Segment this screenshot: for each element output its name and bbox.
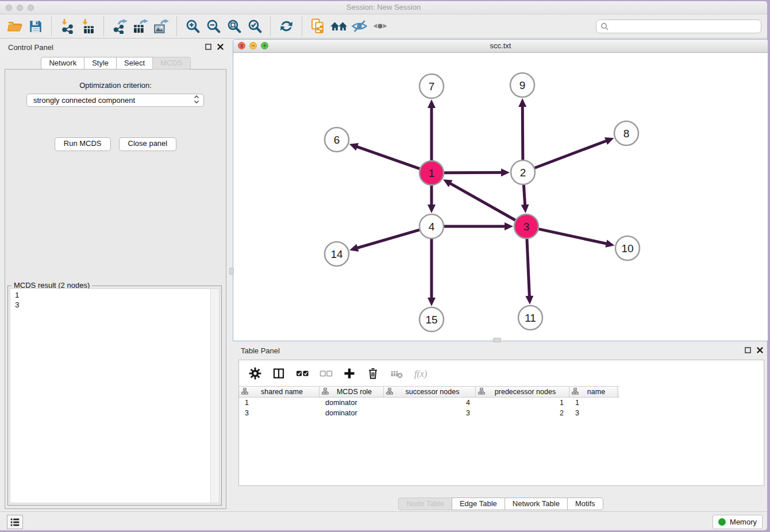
- toolbar-separator: [176, 17, 177, 36]
- select-all-icon[interactable]: [295, 367, 309, 380]
- graph-edge[interactable]: [356, 147, 419, 169]
- delete-icon[interactable]: [366, 367, 380, 380]
- column-header-predecessor-nodes[interactable]: predecessor nodes: [476, 387, 569, 397]
- window-title: Session: New Session: [0, 1, 767, 13]
- hide-selected-icon[interactable]: [349, 17, 369, 36]
- zoom-fit-icon[interactable]: [224, 17, 244, 36]
- close-panel-button[interactable]: Close panel: [119, 137, 177, 151]
- graph-edge-arrow: [525, 296, 533, 304]
- tab-network-table[interactable]: Network Table: [505, 498, 568, 510]
- function-icon[interactable]: f(x): [413, 367, 432, 380]
- first-neighbors-icon[interactable]: [328, 17, 349, 36]
- tab-style[interactable]: Style: [84, 57, 117, 70]
- search-box[interactable]: [596, 20, 761, 33]
- clone-network-icon[interactable]: [307, 17, 328, 36]
- open-folder-icon[interactable]: [5, 17, 25, 36]
- tab-edge-table[interactable]: Edge Table: [452, 498, 505, 510]
- task-history-button[interactable]: [7, 515, 23, 529]
- graph-edge[interactable]: [357, 230, 419, 248]
- graph-edge-arrow: [518, 98, 526, 107]
- zoom-in-icon[interactable]: [182, 17, 203, 36]
- network-close-icon[interactable]: x: [238, 42, 245, 49]
- export-network-icon[interactable]: [109, 17, 130, 36]
- add-icon[interactable]: [342, 367, 356, 380]
- network-canvas[interactable]: 1234678910111415: [233, 53, 768, 341]
- network-window-titlebar[interactable]: x – + scc.txt: [233, 40, 768, 53]
- toolbar-separator: [51, 17, 52, 36]
- table-row[interactable]: 3dominator323: [239, 409, 764, 418]
- optimization-criterion-select[interactable]: strongly connected component: [26, 94, 204, 107]
- tab-network[interactable]: Network: [41, 57, 84, 70]
- graph-node-label: 8: [623, 128, 630, 140]
- zoom-selected-icon[interactable]: [244, 17, 265, 36]
- tab-motifs[interactable]: Motifs: [567, 498, 603, 510]
- table-cell[interactable]: 2: [476, 409, 569, 418]
- graph-edge[interactable]: [522, 106, 523, 160]
- tab-select[interactable]: Select: [116, 57, 153, 70]
- table-panel-title: Table Panel: [241, 346, 280, 355]
- graph-edge-arrow: [501, 168, 510, 176]
- table-cell[interactable]: 4: [384, 399, 476, 408]
- save-icon[interactable]: [25, 17, 46, 36]
- network-minimize-icon[interactable]: –: [249, 42, 257, 49]
- table-cell[interactable]: 3: [384, 409, 476, 418]
- vertical-splitter-grip[interactable]: [229, 268, 234, 275]
- export-image-icon[interactable]: [151, 17, 171, 36]
- table-cell[interactable]: 3: [239, 409, 319, 418]
- graph-edge[interactable]: [523, 185, 525, 206]
- tab-node-table[interactable]: Node Table: [398, 498, 452, 510]
- table-cell[interactable]: dominator: [319, 409, 384, 418]
- tab-mcds[interactable]: MCDS: [152, 57, 190, 70]
- import-network-icon[interactable]: [57, 17, 78, 36]
- table-cell[interactable]: 1: [239, 399, 319, 408]
- column-layout-icon[interactable]: [272, 367, 286, 380]
- zoom-out-icon[interactable]: [203, 17, 224, 36]
- table-row[interactable]: 1dominator411: [239, 399, 764, 408]
- application-window: Session: New Session Control Panel Netwo…: [0, 1, 767, 530]
- graph-edge[interactable]: [449, 183, 515, 221]
- column-tree-icon: [322, 388, 329, 396]
- mcds-result-lines: 13: [10, 289, 219, 311]
- column-header-MCDS-role[interactable]: MCDS role: [319, 387, 384, 397]
- column-header-name[interactable]: name: [569, 387, 618, 397]
- minimize-window-icon[interactable]: [17, 5, 23, 11]
- close-table-panel-icon[interactable]: [757, 347, 763, 353]
- network-window: x – + scc.txt 1234678910111415: [233, 39, 768, 341]
- search-input[interactable]: [611, 21, 761, 32]
- graph-edge[interactable]: [444, 172, 502, 173]
- close-panel-icon[interactable]: [217, 44, 224, 50]
- horizontal-splitter-grip[interactable]: [493, 338, 501, 342]
- column-header-shared-name[interactable]: shared name: [239, 387, 319, 397]
- table-cell[interactable]: 3: [569, 409, 618, 418]
- table-cell[interactable]: 1: [569, 399, 618, 408]
- mcds-result-area[interactable]: 13: [10, 288, 220, 503]
- memory-label: Memory: [730, 518, 757, 526]
- network-maximize-icon[interactable]: +: [261, 42, 268, 49]
- table-header-row: shared nameMCDS rolesuccessor nodesprede…: [239, 386, 619, 398]
- graph-edge[interactable]: [535, 141, 607, 168]
- delete-table-icon[interactable]: [390, 367, 403, 380]
- close-window-icon[interactable]: [6, 5, 12, 11]
- deselect-all-icon[interactable]: [319, 367, 333, 380]
- float-table-panel-icon[interactable]: [745, 347, 751, 353]
- memory-button[interactable]: Memory: [713, 515, 763, 529]
- column-header-successor-nodes[interactable]: successor nodes: [384, 387, 476, 397]
- float-panel-icon[interactable]: [205, 44, 211, 50]
- graph-edge-arrow: [428, 99, 436, 108]
- table-panel: Table Panel f(x) shared nameMCDS rolesuc…: [233, 343, 769, 511]
- run-mcds-button[interactable]: Run MCDS: [55, 137, 111, 151]
- svg-text:f(x): f(x): [414, 368, 427, 379]
- table-tabs: Node TableEdge TableNetwork TableMotifs: [233, 498, 769, 510]
- maximize-window-icon[interactable]: [28, 5, 34, 11]
- export-table-icon[interactable]: [130, 17, 151, 36]
- gear-icon[interactable]: [248, 367, 262, 380]
- show-all-icon[interactable]: [369, 17, 390, 36]
- result-scrollbar[interactable]: [210, 289, 219, 503]
- table-cell[interactable]: dominator: [319, 399, 384, 408]
- table-cell[interactable]: 1: [476, 399, 569, 408]
- refresh-icon[interactable]: [276, 17, 297, 36]
- import-table-icon[interactable]: [78, 17, 98, 36]
- graph-node-label: 7: [429, 80, 435, 92]
- graph-edge[interactable]: [539, 229, 607, 244]
- graph-edge[interactable]: [527, 239, 529, 297]
